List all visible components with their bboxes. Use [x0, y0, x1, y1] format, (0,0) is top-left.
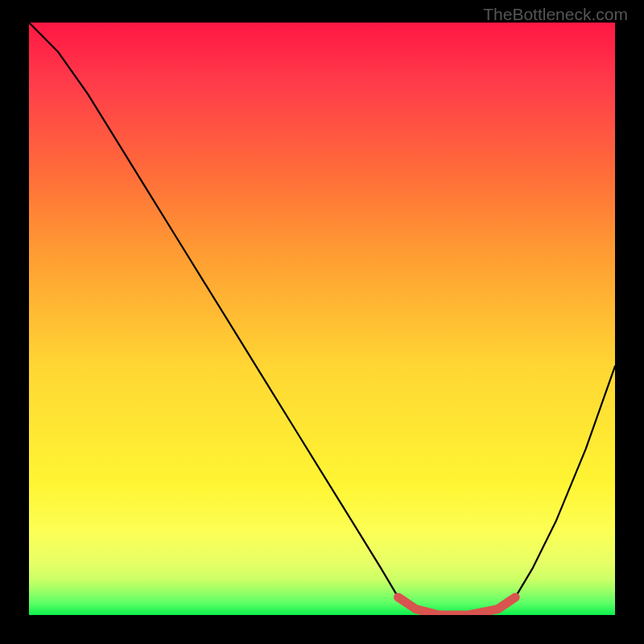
optimal-zone-marker — [398, 597, 516, 615]
watermark-text: TheBottleneck.com — [483, 5, 628, 24]
plot-area — [29, 23, 615, 615]
chart-container: TheBottleneck.com — [0, 0, 644, 644]
curve-svg — [29, 23, 615, 615]
bottleneck-curve — [29, 23, 615, 615]
